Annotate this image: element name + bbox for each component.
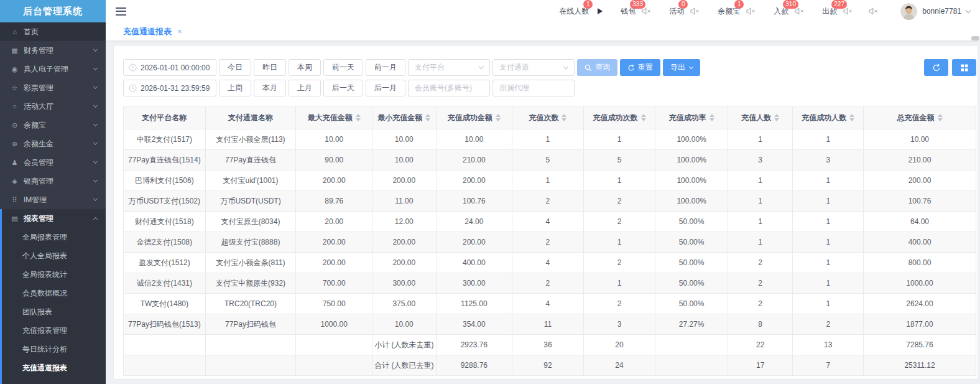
payment-channel-select[interactable]: 支付通道: [492, 59, 575, 76]
sort-asc-icon[interactable]: [562, 114, 566, 117]
sort-asc-icon[interactable]: [774, 114, 779, 117]
quick-range-button[interactable]: 今日: [219, 59, 251, 76]
sort-asc-icon[interactable]: [710, 114, 714, 117]
column-header[interactable]: 充值成功次数: [583, 106, 655, 129]
speaker-mute-icon[interactable]: [843, 7, 853, 15]
sort-asc-icon[interactable]: [938, 114, 943, 117]
sort-asc-icon[interactable]: [356, 114, 361, 117]
reset-button[interactable]: 重置: [620, 59, 660, 76]
sidebar-item-home[interactable]: ⌂首页: [0, 22, 106, 41]
sidebar-item-lottery[interactable]: ☆彩票管理: [0, 78, 106, 97]
quick-range-button[interactable]: 上月: [289, 80, 321, 96]
sort-asc-icon[interactable]: [496, 114, 501, 117]
columns-grid-button[interactable]: [952, 59, 976, 76]
column-header[interactable]: 充值次数: [512, 106, 584, 129]
stat-deposit[interactable]: 入款310: [774, 6, 804, 17]
sort-desc-icon[interactable]: [356, 118, 361, 121]
sidebar-item-members[interactable]: ♟会员管理: [0, 153, 106, 172]
sidebar-subitem[interactable]: 每日统计分析: [2, 340, 106, 358]
tab-recharge-channel-report[interactable]: 充值通道报表 ×: [123, 26, 182, 37]
sort-icon[interactable]: [356, 114, 361, 121]
date-to-input[interactable]: 2026-01-31 23:59:59: [123, 80, 216, 96]
refresh-button[interactable]: [924, 59, 948, 76]
sort-desc-icon[interactable]: [641, 118, 646, 121]
quick-range-button[interactable]: 昨日: [254, 59, 286, 76]
sidebar-item-activity-hall[interactable]: ○活动大厅: [0, 97, 106, 116]
sort-desc-icon[interactable]: [938, 118, 943, 121]
avatar[interactable]: [900, 3, 917, 20]
tab-close-icon[interactable]: ×: [177, 27, 182, 36]
sort-desc-icon[interactable]: [425, 118, 430, 121]
quick-range-button[interactable]: 前一天: [323, 59, 363, 76]
quick-range-button[interactable]: 后一天: [323, 80, 363, 96]
reports-icon: ▤: [10, 215, 19, 223]
sort-icon[interactable]: [774, 114, 779, 121]
sidebar-subitem[interactable]: 全局报表统计: [2, 265, 106, 284]
cell: 4: [512, 212, 584, 232]
sort-desc-icon[interactable]: [496, 118, 501, 121]
sidebar-item-live-games[interactable]: ◉真人电子管理: [0, 60, 106, 78]
user-chevron-down-icon[interactable]: [966, 7, 971, 12]
column-header[interactable]: 最小充值金额: [372, 106, 437, 129]
sort-icon[interactable]: [849, 114, 854, 121]
column-header[interactable]: 最大充值金额: [296, 106, 372, 129]
menu-toggle-icon[interactable]: [116, 7, 126, 16]
column-header[interactable]: 充值成功金额: [436, 106, 512, 129]
sidebar-subitem[interactable]: 全局报表管理: [2, 228, 106, 246]
date-value: 2026-01-31 23:59:59: [141, 84, 210, 93]
sort-desc-icon[interactable]: [710, 118, 714, 121]
sort-icon[interactable]: [710, 114, 714, 121]
search-button[interactable]: 查询: [577, 59, 617, 76]
quick-range-button[interactable]: 本周: [289, 59, 321, 76]
scrollbar-thumb[interactable]: [971, 36, 979, 40]
sidebar-item-merchant[interactable]: ◈银商管理: [0, 172, 106, 190]
cell: 200.00: [372, 253, 437, 273]
sidebar-subitem[interactable]: 充值通道报表: [2, 358, 106, 377]
play-icon[interactable]: [598, 8, 603, 14]
sidebar-subitem[interactable]: 团队报表: [2, 302, 106, 321]
stat-activity[interactable]: 活动0: [669, 6, 700, 17]
stat-withdraw[interactable]: 出款227: [822, 6, 853, 17]
sort-icon[interactable]: [938, 114, 943, 121]
quick-range-button[interactable]: 本月: [254, 80, 286, 96]
sidebar-subitem[interactable]: 个人全局报表: [2, 246, 106, 265]
agent-input[interactable]: 所属代理: [492, 80, 575, 96]
quick-range-button[interactable]: 后一月: [366, 80, 405, 96]
sort-desc-icon[interactable]: [849, 118, 854, 121]
sort-asc-icon[interactable]: [641, 114, 646, 117]
column-header[interactable]: 总充值金额: [864, 106, 976, 129]
column-header[interactable]: 充值成功率: [655, 106, 728, 129]
sort-asc-icon[interactable]: [425, 114, 430, 117]
speaker-mute-icon[interactable]: [869, 7, 878, 15]
payment-platform-select[interactable]: 支付平台: [408, 59, 490, 76]
date-from-input[interactable]: 2026-01-01 00:00:00: [123, 59, 216, 76]
sidebar-subitem[interactable]: 充值报表管理: [2, 321, 106, 340]
sidebar-item-im[interactable]: ⠿IM管理: [0, 190, 106, 209]
sort-icon[interactable]: [425, 114, 430, 121]
export-button[interactable]: 导出: [663, 59, 700, 76]
sort-icon[interactable]: [496, 114, 501, 121]
sidebar-subitem[interactable]: 会员数据概况: [2, 284, 106, 302]
sort-desc-icon[interactable]: [562, 118, 566, 121]
column-header[interactable]: 充值成功人数: [793, 106, 864, 129]
sort-asc-icon[interactable]: [849, 114, 854, 117]
sort-icon[interactable]: [562, 114, 566, 121]
speaker-mute-icon[interactable]: [795, 7, 804, 15]
column-header[interactable]: 充值人数: [728, 106, 793, 129]
stat-wallet[interactable]: 钱包333: [621, 6, 651, 17]
speaker-mute-icon[interactable]: [642, 7, 651, 15]
speaker-mute-icon[interactable]: [690, 7, 700, 15]
quick-range-button[interactable]: 上周: [219, 80, 251, 96]
sidebar-item-finance[interactable]: ▦财务管理: [0, 41, 106, 60]
sort-desc-icon[interactable]: [774, 118, 779, 121]
sidebar-item-yuebao[interactable]: ⊙余额宝: [0, 116, 106, 134]
sidebar-item-reports[interactable]: ▤报表管理: [2, 209, 106, 228]
username[interactable]: bonnie7781: [922, 7, 961, 16]
stat-online-users[interactable]: 在线人数1: [559, 6, 603, 17]
speaker-mute-icon[interactable]: [746, 7, 756, 15]
sort-icon[interactable]: [641, 114, 646, 121]
quick-range-button[interactable]: 前一月: [366, 59, 405, 76]
member-account-input[interactable]: 会员账号(多账号): [408, 80, 490, 96]
stat-yuebao[interactable]: 余额宝1: [718, 6, 756, 17]
sidebar-item-yuesheng[interactable]: ⊕余额生金: [0, 134, 106, 153]
